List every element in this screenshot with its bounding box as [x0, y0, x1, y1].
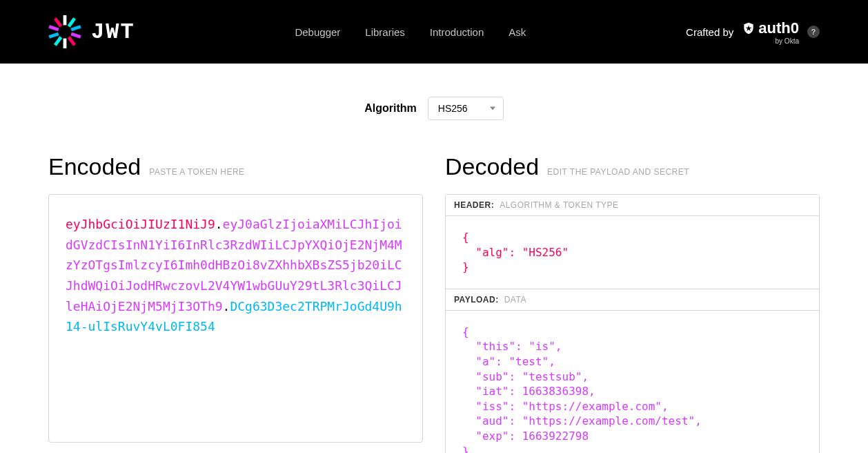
svg-rect-7: [48, 32, 59, 39]
nav-link-debugger[interactable]: Debugger: [295, 26, 340, 38]
nav-right: Crafted by auth0 by Okta ?: [686, 19, 820, 45]
decoded-payload-desc: DATA: [504, 295, 526, 305]
algorithm-label: Algorithm: [364, 102, 417, 115]
jwt-pinwheel-icon: [48, 15, 81, 48]
svg-rect-0: [63, 15, 67, 25]
decoded-header-desc: ALGORITHM & TOKEN TYPE: [500, 200, 618, 210]
nav-link-introduction[interactable]: Introduction: [430, 26, 484, 38]
svg-rect-9: [54, 17, 62, 27]
algorithm-select-wrapper: HS256: [428, 97, 504, 120]
decoded-title: Decoded: [445, 153, 539, 180]
decoded-hint: EDIT THE PAYLOAD AND SECRET: [547, 167, 689, 177]
brand-text: JWT: [91, 19, 135, 45]
decoded-column: Decoded EDIT THE PAYLOAD AND SECRET HEAD…: [445, 153, 820, 453]
decoded-payload-bar: PAYLOAD: DATA: [446, 289, 819, 311]
svg-rect-5: [63, 39, 67, 48]
encoded-column: Encoded PASTE A TOKEN HERE eyJhbGciOiJIU…: [48, 153, 423, 453]
auth0-text: auth0: [758, 19, 799, 37]
nav-link-libraries[interactable]: Libraries: [365, 26, 405, 38]
brand-logo[interactable]: JWT: [48, 15, 135, 48]
svg-rect-6: [54, 36, 62, 46]
algorithm-selector-row: Algorithm HS256: [0, 97, 868, 120]
decoded-payload-label: PAYLOAD:: [454, 295, 499, 305]
crafted-by-label: Crafted by: [686, 26, 733, 38]
main-columns: Encoded PASTE A TOKEN HERE eyJhbGciOiJIU…: [0, 153, 868, 453]
nav-links: Debugger Libraries Introduction Ask: [295, 26, 526, 38]
decoded-box: HEADER: ALGORITHM & TOKEN TYPE { "alg": …: [445, 194, 820, 453]
nav-link-ask[interactable]: Ask: [509, 26, 526, 38]
svg-rect-3: [70, 32, 81, 39]
svg-rect-1: [68, 17, 76, 27]
algorithm-select[interactable]: HS256: [428, 97, 504, 120]
encoded-hint: PASTE A TOKEN HERE: [149, 167, 244, 177]
decoded-header-bar: HEADER: ALGORITHM & TOKEN TYPE: [446, 195, 819, 216]
token-header-segment: eyJhbGciOiJIUzI1NiJ9: [66, 217, 215, 231]
auth0-logo[interactable]: auth0 by Okta: [742, 19, 799, 45]
auth0-subtext: by Okta: [776, 37, 799, 45]
auth0-shield-icon: [742, 21, 756, 35]
decoded-header-label: HEADER:: [454, 200, 494, 210]
svg-rect-2: [70, 25, 81, 31]
top-nav: JWT Debugger Libraries Introduction Ask …: [0, 0, 868, 64]
svg-rect-4: [68, 36, 76, 46]
encoded-token-input[interactable]: eyJhbGciOiJIUzI1NiJ9.eyJ0aGlzIjoiaXMiLCJ…: [48, 194, 423, 443]
encoded-title: Encoded: [48, 153, 141, 180]
help-icon[interactable]: ?: [807, 26, 820, 38]
decoded-header-json[interactable]: { "alg": "HS256" }: [446, 216, 819, 289]
svg-rect-8: [48, 25, 59, 31]
decoded-payload-json[interactable]: { "this": "is", "a": "test", "sub": "tes…: [446, 311, 819, 453]
